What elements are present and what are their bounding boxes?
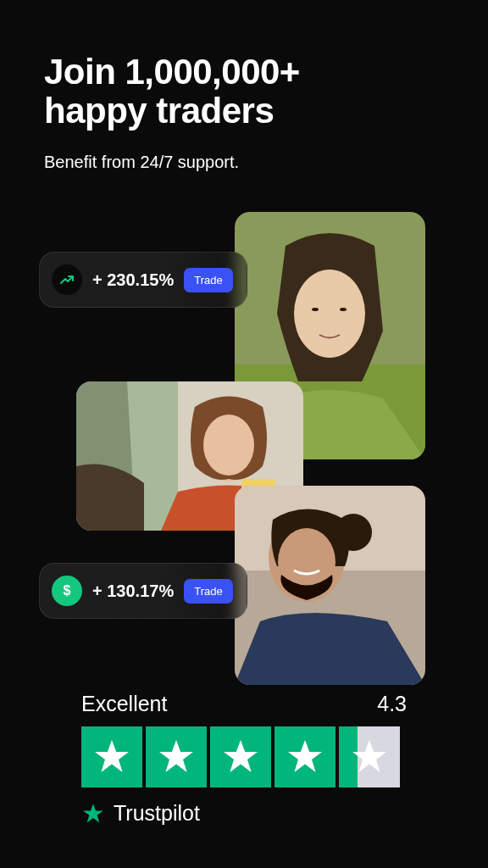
heading-line-1: Join 1,000,000+ [44,52,300,92]
svg-point-4 [312,308,319,311]
svg-point-3 [294,270,365,358]
gain-pill-2: $ + 130.17% Trade [39,563,247,619]
trustpilot-star-icon [81,802,105,826]
trustpilot-stars [81,726,407,787]
trustpilot-brand: Trustpilot [81,801,407,826]
trustpilot-brand-name: Trustpilot [114,801,200,826]
svg-point-9 [203,415,254,476]
trend-up-icon [52,264,82,295]
trustpilot-label: Excellent [81,692,167,716]
star-icon [339,726,400,787]
subtitle: Benefit from 24/7 support. [44,153,239,172]
star-icon [274,726,336,787]
star-icon [146,726,207,787]
trade-button-2[interactable]: Trade [184,579,232,604]
trustpilot-section: Excellent 4.3 Trustpilot [81,692,407,826]
dollar-icon: $ [52,576,82,606]
gain-value-2: + 130.17% [92,581,174,601]
gain-value-1: + 230.15% [92,270,174,290]
svg-text:$: $ [64,583,71,598]
trade-button-1[interactable]: Trade [184,268,232,292]
svg-point-5 [340,308,347,311]
star-icon [210,726,271,787]
page-heading: Join 1,000,000+ happy traders [44,53,300,131]
heading-line-2: happy traders [44,91,274,131]
trader-photo-3 [235,486,425,685]
trustpilot-score: 4.3 [377,692,407,716]
star-icon [81,726,142,787]
gain-pill-1: + 230.15% Trade [39,252,247,308]
